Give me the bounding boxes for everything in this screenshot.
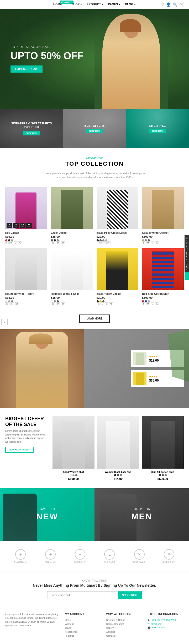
biggest-offer-products: Solid White T-Shirt $500.00 Women Black … xyxy=(52,416,184,480)
product-sizes-4: SMLXL xyxy=(142,241,184,244)
biggest-offer-desc: Lorem dolor sit amet consectetur adipisc… xyxy=(5,429,47,444)
product-img-8 xyxy=(142,248,184,290)
product-price-8: $500.00 xyxy=(142,296,184,299)
product-card-black-dress[interactable]: Black Polly Crepe Dress $22.00 323436 xyxy=(97,187,138,244)
brand-platinum-icon: ◈ xyxy=(15,549,26,560)
footer-link-jeans[interactable]: Jeans xyxy=(65,627,101,629)
offer-product-name-3: Slim Fit Cotton Shirt xyxy=(142,471,184,473)
banner-best-offers-btn[interactable]: SHOP NOW xyxy=(86,129,103,133)
side-float-rtl[interactable]: RTL xyxy=(185,272,189,280)
product-price-2: $25.00 xyxy=(51,235,93,238)
brand-premium[interactable]: ◈ PREMIUM xyxy=(45,549,56,563)
offer-colors-2 xyxy=(97,474,139,476)
nav-icons: ♡ 👤 🔍 🛒 xyxy=(161,2,184,7)
collection-header: Special Offer TOP COLLECTION Lorem Ipsum… xyxy=(0,148,189,182)
nav-item-product[interactable]: PRODUCT ▾ xyxy=(87,3,103,6)
newsletter-form: SUBSCRIBE xyxy=(47,591,142,599)
product-price-6: $15.00 xyxy=(51,296,93,299)
product-card-yellow-jacket[interactable]: Black Yellow Jacket $20.00 SMLXL xyxy=(97,248,138,305)
newsletter-title: Never Miss Anything From Multimart By Si… xyxy=(5,583,184,587)
footer-main: Lorem ipsum dolor sit amet, consectetur … xyxy=(0,607,189,644)
footer-email[interactable]: ✉ Email Us xyxy=(148,622,184,625)
offer-product-3[interactable]: Slim Fit Cotton Shirt $500.00 xyxy=(142,416,184,480)
footer-link-accessories[interactable]: Accessories xyxy=(65,631,101,633)
banner-sweaters-title: SWEATERS & SWEATSHIRTS xyxy=(11,122,52,125)
phone-icon: 📞 xyxy=(148,619,150,621)
nav-item-shop[interactable]: SHOP ▾ xyxy=(71,3,82,6)
banner-sweaters-btn[interactable]: SHOP NOW xyxy=(23,131,40,135)
brand-elegant-2[interactable]: E ELEGANT xyxy=(104,549,115,563)
promo-card-img-2 xyxy=(133,372,146,385)
side-float-admin[interactable]: Admin xyxy=(185,251,189,262)
promo-stars-2: ★★★★☆ xyxy=(149,375,160,378)
nav-item-blog[interactable]: BLOG ▾ xyxy=(125,3,136,6)
banner-lifestyle-btn[interactable]: SHOP NOW xyxy=(149,129,166,133)
promo-box-new[interactable]: SAVE 30% NEW xyxy=(0,488,94,541)
cart-icon[interactable]: 🛒 xyxy=(179,2,184,7)
footer-link-womens[interactable]: Womens xyxy=(65,623,101,625)
brand-elegant-3-label: ELEGANT xyxy=(163,561,175,563)
brand-emerald[interactable]: ✕ EMERALD xyxy=(133,549,145,563)
product-card-red-jacket[interactable]: 1Days 04Hrs 48Mins 18Sec Red Jacket $16.… xyxy=(5,187,47,244)
footer-link-shipping[interactable]: Shipping & Return xyxy=(106,619,142,621)
offer-nav-arrow[interactable]: ‹ xyxy=(1,319,8,325)
offer-product-img-3 xyxy=(142,416,184,469)
footer-link-contacts[interactable]: Contacts xyxy=(106,635,142,637)
brand-platinum-label: PLATINUM xyxy=(14,561,27,563)
hero-explore-button[interactable]: EXPLORE NOW xyxy=(10,65,43,73)
biggest-offer-section: ‹ Biggest Offer Of The Sale Lorem dolor … xyxy=(0,408,189,488)
side-float-demo[interactable]: 50+ Demo xyxy=(185,235,189,251)
promo-card-details-1: ★★★★☆ $18.00 xyxy=(149,355,160,362)
hero-content: End Of Season Sale UPTO 50% OFF EXPLORE … xyxy=(0,45,94,73)
load-more-button[interactable]: LOAD MORE xyxy=(79,315,109,323)
offer-colors-3 xyxy=(142,474,184,476)
offer-product-2[interactable]: Women Black Lace Top $14.00 xyxy=(97,416,139,480)
side-float-dark[interactable]: Dark xyxy=(185,262,189,272)
offer-product-price-1: $500.00 xyxy=(52,477,94,480)
offer-product-price-2: $14.00 xyxy=(97,477,139,480)
brand-platinum[interactable]: ◈ PLATINUM xyxy=(14,549,27,563)
side-float-panel: 50+ Demo Admin Dark RTL xyxy=(185,235,189,280)
footer-link-featured[interactable]: Featured xyxy=(65,635,101,637)
product-card-casual-jacket[interactable]: Casual Winter Jacket $500.00 SMLXL xyxy=(142,187,184,244)
product-grid: 1Days 04Hrs 48Mins 18Sec Red Jacket $16.… xyxy=(0,182,189,311)
collection-tag: Special Offer xyxy=(5,156,184,159)
hero-title: UPTO 50% OFF xyxy=(10,50,83,62)
product-name-6: Rounded White T-Shirt xyxy=(51,292,93,295)
wishlist-icon[interactable]: ♡ xyxy=(161,2,164,7)
newsletter-email-input[interactable] xyxy=(47,591,118,599)
brand-emerald-label: EMERALD xyxy=(133,561,145,563)
brand-premium-icon: ◈ xyxy=(45,549,56,560)
product-card-white-tshirt-1[interactable]: Rounded White T-Shirt $15.00 323436 xyxy=(5,248,47,305)
product-price-4: $500.00 xyxy=(142,235,184,238)
brand-elegant-1[interactable]: ✦ ELEGANT xyxy=(74,549,86,563)
footer-about-text: Lorem ipsum dolor sit amet, consectetur … xyxy=(5,612,60,628)
brand-elegant-1-label: ELEGANT xyxy=(74,561,86,563)
footer-link-affiliates[interactable]: Affiliates xyxy=(106,631,142,633)
fax-icon: 📠 xyxy=(148,626,150,629)
product-colors-7 xyxy=(97,300,138,302)
promo-box-new-title: NEW xyxy=(36,512,58,521)
search-icon[interactable]: 🔍 xyxy=(173,2,177,7)
newsletter-tag: KNOW IT ALL FIRST! xyxy=(5,579,184,582)
product-sizes-8: SMLXL xyxy=(142,302,184,305)
promo-box-men-title: MEN xyxy=(131,512,152,521)
view-all-products-button[interactable]: VIEW ALL PRODUCT xyxy=(5,447,34,453)
account-icon[interactable]: 👤 xyxy=(166,2,171,7)
offer-product-price-3: $500.00 xyxy=(142,477,184,480)
footer-link-secure[interactable]: Secure Shopping xyxy=(106,623,142,625)
banner-lifestyle: Life Style SHOP NOW xyxy=(126,109,189,148)
promo-box-men[interactable]: SHOP FOR MEN xyxy=(94,488,189,541)
newsletter-subscribe-button[interactable]: SUBSCRIBE xyxy=(118,591,142,599)
product-card-red-blue-shirt[interactable]: Red Blue Cotton Shirt $500.00 SMLXL xyxy=(142,248,184,305)
brand-elegant-3[interactable]: ◎ ELEGANT xyxy=(163,549,175,563)
footer-link-mens[interactable]: Mens xyxy=(65,619,101,621)
footer-link-gallery[interactable]: Gallery xyxy=(106,627,142,629)
brand-emerald-icon: ✕ xyxy=(134,549,145,560)
brand-elegant-2-icon: E xyxy=(104,549,115,560)
promo-card-img-1 xyxy=(133,352,146,365)
nav-item-pages[interactable]: PAGES ▾ xyxy=(108,3,120,6)
product-card-white-tshirt-2[interactable]: Rounded White T-Shirt $15.00 323436 xyxy=(51,248,93,305)
product-card-green-jacket[interactable]: Green Jacket $25.00 323436 xyxy=(51,187,93,244)
offer-product-1[interactable]: Solid White T-Shirt $500.00 xyxy=(52,416,94,480)
